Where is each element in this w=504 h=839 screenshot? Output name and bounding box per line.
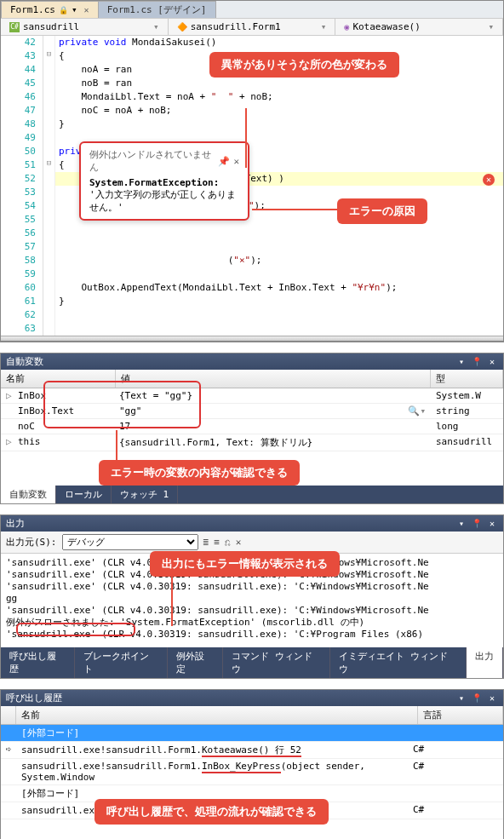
current-frame-icon: ➪ (6, 744, 21, 756)
tab-form1-cs[interactable]: Form1.cs 🔒 ▾ ✕ (1, 1, 99, 18)
autos-panel: 自動変数 ▾ 📍 ✕ 名前 値 型 ▷InBox{Text = "gg"}Sys… (0, 353, 504, 504)
dropdown-icon[interactable]: ▾ (455, 692, 467, 704)
dropdown-icon[interactable]: ▾ (455, 518, 467, 530)
close-icon[interactable]: ✕ (486, 518, 498, 530)
output-titlebar: 出力 ▾ 📍 ✕ (1, 515, 503, 532)
dropdown-icon[interactable]: ▾ (72, 4, 77, 15)
error-icon[interactable]: ✕ (483, 174, 495, 186)
breadcrumb-method[interactable]: ◉ Kotaeawase() ▾ (335, 19, 503, 35)
callout-2: エラーの原因 (337, 198, 427, 224)
pin-icon[interactable]: 📌 (218, 156, 230, 167)
toolbar-icon[interactable]: ⎌ (225, 537, 231, 548)
chevron-down-icon[interactable]: ▾ (488, 21, 494, 32)
close-tab-icon[interactable]: ✕ (84, 5, 89, 14)
splitter[interactable] (1, 336, 503, 342)
grid-row[interactable]: ▷this{sansudrill.Form1, Text: 算数ドリル}sans… (1, 434, 503, 451)
pin-icon[interactable]: 📍 (471, 356, 483, 368)
tab-form1-design[interactable]: Form1.cs [デザイン] (98, 1, 216, 18)
bottom-tabs: 呼び出し履歴 ブレークポイント 例外設定 コマンド ウィンドウ イミディエイト … (1, 647, 503, 678)
callout-autos: エラー時の変数の内容が確認できる (99, 460, 300, 486)
highlight-box (16, 623, 135, 636)
callstack-titlebar: 呼び出し履歴 ▾ 📍 ✕ (1, 690, 503, 706)
code-area[interactable]: 4243444546474849505152535455565758596061… (1, 36, 503, 336)
chevron-down-icon[interactable]: ▾ (321, 21, 327, 32)
callstack-row[interactable]: ➪sansudrill.exe!sansudrill.Form1.Kotaeaw… (1, 742, 503, 759)
callout-output: 出力にもエラー情報が表示される (150, 551, 340, 577)
callstack-row[interactable]: sansudrill.exe!sansudrill.Form1.InBox_Ke… (1, 759, 503, 785)
callstack-header: 名前 言語 (1, 706, 503, 725)
tab-command[interactable]: コマンド ウィンドウ (223, 647, 331, 678)
highlight-box (43, 381, 201, 428)
tab-locals[interactable]: ローカル (56, 486, 112, 503)
chevron-down-icon[interactable]: ▾ (153, 21, 159, 32)
line-number-gutter: 4243444546474849505152535455565758596061… (1, 36, 43, 336)
tab-autos[interactable]: 自動変数 (1, 486, 56, 503)
csharp-icon: C# (9, 22, 20, 32)
close-icon[interactable]: ✕ (486, 356, 498, 368)
tab-callstack[interactable]: 呼び出し履歴 (1, 647, 75, 678)
close-icon[interactable]: ✕ (233, 156, 239, 167)
dropdown-icon[interactable]: ▾ (455, 356, 467, 368)
breadcrumb: C# sansudrill ▾ 🔶 sansudrill.Form1 ▾ ◉ K… (1, 19, 503, 36)
method-icon: ◉ (344, 22, 349, 32)
autos-titlebar: 自動変数 ▾ 📍 ✕ (1, 353, 503, 370)
tab-output[interactable]: 出力 (467, 647, 503, 678)
code-editor-panel: Form1.cs 🔒 ▾ ✕ Form1.cs [デザイン] C# sansud… (0, 0, 504, 342)
tab-exceptions[interactable]: 例外設定 (168, 647, 223, 678)
breadcrumb-class[interactable]: 🔶 sansudrill.Form1 ▾ (169, 19, 336, 35)
toolbar-icon[interactable]: ≣ (203, 537, 209, 548)
callout-callstack: 呼び出し履歴で、処理の流れが確認できる (94, 799, 329, 825)
bottom-tabs: 自動変数 ローカル ウォッチ 1 (1, 486, 503, 503)
fold-gutter[interactable]: ⊟⊟ (43, 36, 55, 336)
exception-tooltip: 例外はハンドルされていません 📌 ✕ System.FormatExceptio… (79, 141, 249, 221)
callstack-row[interactable]: [外部コード] (1, 725, 503, 742)
output-source-select[interactable]: デバッグ (62, 534, 198, 550)
callout-1: 異常がありそうな所の色が変わる (209, 52, 399, 78)
editor-tabs: Form1.cs 🔒 ▾ ✕ Form1.cs [デザイン] (1, 1, 503, 19)
close-icon[interactable]: ✕ (486, 692, 498, 704)
output-panel: 出力 ▾ 📍 ✕ 出力元(S): デバッグ ≣ ≡ ⎌ ✕ 'sansudril… (0, 514, 504, 679)
class-icon: 🔶 (177, 22, 187, 32)
pin-icon[interactable]: 📍 (471, 518, 483, 530)
toolbar-icon[interactable]: ≡ (214, 537, 220, 548)
pin-icon[interactable]: 📍 (471, 692, 483, 704)
clear-icon[interactable]: ✕ (236, 537, 242, 548)
tab-breakpoints[interactable]: ブレークポイント (75, 647, 168, 678)
breadcrumb-project[interactable]: C# sansudrill ▾ (1, 19, 169, 35)
tab-watch[interactable]: ウォッチ 1 (112, 486, 178, 503)
tab-immediate[interactable]: イミディエイト ウィンドウ (330, 647, 467, 678)
callstack-panel: 呼び出し履歴 ▾ 📍 ✕ 名前 言語 [外部コード] ➪sansudrill.e… (0, 689, 504, 839)
magnifier-icon[interactable]: 🔍▾ (408, 405, 426, 417)
lock-icon: 🔒 (59, 6, 68, 14)
